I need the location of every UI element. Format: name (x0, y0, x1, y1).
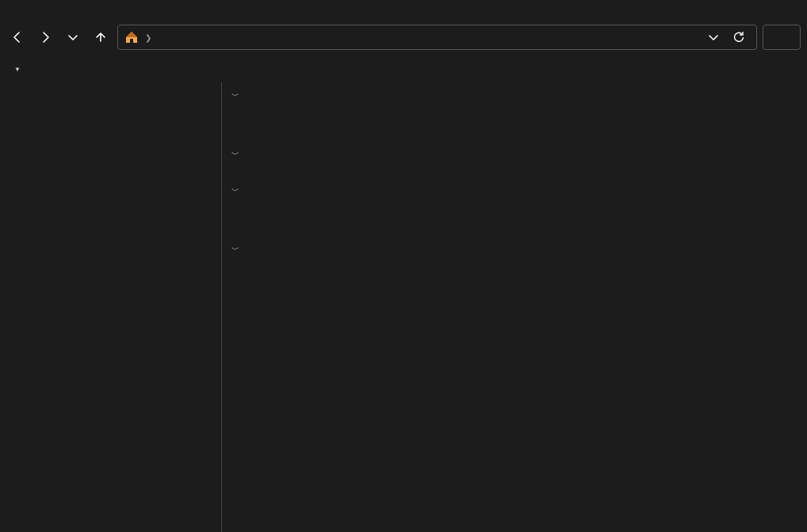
content-pane: ﹀ ﹀ ﹀ ﹀ (222, 82, 807, 532)
search-input[interactable] (763, 25, 801, 50)
chevron-down-icon: ﹀ (231, 244, 239, 255)
address-history-button[interactable] (702, 26, 725, 48)
section-header-recent[interactable]: ﹀ (228, 241, 807, 263)
organize-menu[interactable]: ▼ (10, 66, 21, 73)
caret-down-icon: ▼ (14, 66, 21, 73)
recommended-empty-message (228, 109, 807, 132)
chevron-right-icon: ❯ (145, 33, 151, 42)
title-bar (0, 0, 807, 19)
forward-button[interactable] (34, 26, 56, 48)
nav-tree[interactable] (0, 82, 222, 532)
chevron-down-icon: ﹀ (231, 149, 239, 160)
refresh-button[interactable] (728, 26, 750, 48)
chevron-down-icon: ﹀ (231, 90, 239, 101)
nav-row: ❯ (0, 19, 807, 55)
chevron-down-icon: ﹀ (231, 186, 239, 197)
back-button[interactable] (6, 26, 29, 48)
section-header-favorites[interactable]: ﹀ (228, 182, 807, 205)
up-button[interactable] (90, 26, 112, 48)
section-header-recommended[interactable]: ﹀ (228, 87, 807, 109)
home-icon (124, 30, 139, 44)
recent-locations-button[interactable] (62, 26, 84, 48)
toolbar: ▼ (0, 55, 807, 82)
section-header-quick-access[interactable]: ﹀ (228, 146, 807, 168)
favorites-empty-message (228, 205, 807, 227)
address-bar[interactable]: ❯ (117, 25, 757, 50)
